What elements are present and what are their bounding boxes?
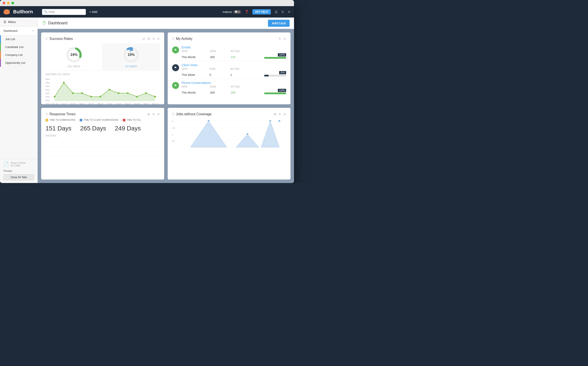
emails-flag: ⚑ xyxy=(172,46,179,53)
my-activity-actions[interactable]: ↻ ✕ xyxy=(279,37,286,40)
close-card-icon[interactable]: ✕ xyxy=(157,37,160,40)
svg-text:May 16: May 16 xyxy=(97,103,103,104)
search-bar[interactable]: 🔍 xyxy=(42,9,86,15)
user-info: mdemo 💬 ▾ xyxy=(223,10,241,14)
legend-fill: TIME TO FILL xyxy=(123,119,141,122)
phone-info: Phone Conversations DATE GOAL ACTUAL Thi… xyxy=(182,81,286,94)
menu-toggle[interactable]: ☰ Menu xyxy=(0,17,37,27)
response-times-card: ⠿ Response Times ⚙ ↻ ✕ TIME TO SUBMISSIO… xyxy=(41,108,164,180)
emails-info: Emails DATE GOAL ACTUAL This Month 200 2… xyxy=(182,46,286,59)
search-input[interactable] xyxy=(49,10,80,14)
svg-text:Aug 16: Aug 16 xyxy=(125,103,131,104)
svg-text:Oct 16: Oct 16 xyxy=(143,103,149,104)
svg-point-31 xyxy=(136,96,138,98)
yellow-dot xyxy=(45,119,48,122)
success-rates-card: ⠿ Success Rates ◎ ⚙ ↻ ✕ xyxy=(41,32,164,104)
gear-response-icon[interactable]: ⚙ xyxy=(147,112,150,116)
sidebar-bottom: 📄 Drop to Parse (or Click) Privacy Close… xyxy=(0,159,37,183)
svg-point-64 xyxy=(278,120,280,122)
grid-icon: ⠿ xyxy=(45,37,48,40)
top-navigation: Bullhorn 🔍 + Add mdemo 💬 ▾ ❓ GET HELP 🖨 … xyxy=(0,6,294,17)
svg-point-26 xyxy=(90,96,92,98)
close-activity-icon[interactable]: ✕ xyxy=(284,37,286,40)
close-button[interactable] xyxy=(3,2,5,4)
refresh-activity-icon[interactable]: ↻ xyxy=(279,37,281,40)
privacy-link[interactable]: Privacy xyxy=(3,169,34,173)
emails-meta: DATE GOAL ACTUAL This Month 200 215 107% xyxy=(182,50,286,59)
gear-icon[interactable]: ⚙ xyxy=(147,37,150,40)
titlebar xyxy=(0,0,294,6)
svg-point-28 xyxy=(109,89,110,91)
coverage-chart: 2 1.5 1 0.5 xyxy=(172,119,286,175)
refresh-coverage-icon[interactable]: ↻ xyxy=(279,112,281,116)
svg-rect-4 xyxy=(130,48,133,51)
question-icon[interactable]: ❓ xyxy=(244,10,249,14)
refresh-card-icon[interactable]: ↻ xyxy=(152,37,155,40)
fill-ratio-section[interactable]: 24% FILL RATIO xyxy=(45,43,103,70)
svg-text:1: 1 xyxy=(172,133,173,136)
response-chart xyxy=(45,138,160,175)
svg-text:30%: 30% xyxy=(45,96,50,98)
opportunity-list-color-bar xyxy=(0,59,1,67)
minimize-button[interactable] xyxy=(7,2,10,4)
svg-text:10%: 10% xyxy=(45,103,50,104)
red-dot xyxy=(123,119,125,122)
activity-grid-icon: ⠿ xyxy=(172,37,174,40)
gear-coverage-icon[interactable]: ⚙ xyxy=(274,112,277,116)
submissions-value: 151 Days xyxy=(45,125,71,132)
print-icon[interactable]: 🖨 xyxy=(274,10,278,14)
svg-text:Apr 16: Apr 16 xyxy=(88,103,94,104)
username: mdemo xyxy=(223,10,232,14)
svg-text:Sep 16: Sep 16 xyxy=(134,103,140,104)
jobs-coverage-header: ⠿ Jobs without Coverage ⚙ ↻ ✕ xyxy=(172,112,286,116)
success-rates-header: ⠿ Success Rates ◎ ⚙ ↻ ✕ xyxy=(45,37,160,41)
job-list-label: Job List xyxy=(3,38,15,41)
svg-text:0.5: 0.5 xyxy=(172,140,175,142)
sidebar-item-dashboard[interactable]: Dashboard × xyxy=(0,27,37,35)
candidate-list-label: Candidate List xyxy=(3,45,23,49)
sidebar-item-job-list[interactable]: Job List xyxy=(0,35,37,43)
svg-text:Jun 16: Jun 16 xyxy=(107,103,112,104)
close-all-tabs-button[interactable]: Close All Tabs xyxy=(3,174,34,180)
emails-progress: 107% xyxy=(254,53,286,59)
close-response-icon[interactable]: ✕ xyxy=(157,112,160,116)
company-list-color-bar xyxy=(0,51,1,59)
emails-bar-fill xyxy=(264,57,286,59)
hit-ratio-section[interactable]: 10% HIT RATIO xyxy=(103,43,160,70)
dashboard-close-icon[interactable]: × xyxy=(32,29,34,32)
maximize-button[interactable] xyxy=(11,2,14,4)
settings-2-icon[interactable]: ◎ xyxy=(142,37,145,40)
sidebar-item-opportunity-list[interactable]: Opportunity List xyxy=(0,59,37,67)
refresh-response-icon[interactable]: ↻ xyxy=(152,112,155,116)
menu-label: Menu xyxy=(8,20,16,24)
svg-text:50%: 50% xyxy=(45,89,50,91)
emails-link[interactable]: Emails xyxy=(182,46,286,49)
refresh-icon[interactable]: ↻ xyxy=(281,10,284,14)
response-times-actions[interactable]: ⚙ ↻ ✕ xyxy=(147,112,160,116)
svg-point-32 xyxy=(145,92,147,94)
add-button[interactable]: + Add xyxy=(89,10,97,14)
response-legend: TIME TO SUBMISSIONS TIME TO CLIENT SUBMI… xyxy=(45,119,160,122)
jobs-coverage-actions[interactable]: ⚙ ↻ ✕ xyxy=(274,112,286,116)
add-card-button[interactable]: Add Card xyxy=(268,20,290,27)
drop-parse-button[interactable]: 📄 Drop to Parse (or Click) xyxy=(3,161,34,167)
close-nav-icon[interactable]: ✕ xyxy=(288,10,291,14)
page-header: ⏱ Dashboard Add Card xyxy=(38,17,294,29)
client-visits-bar-fill xyxy=(264,75,269,76)
message-badge[interactable]: 💬 ▾ xyxy=(233,10,241,14)
svg-text:Mar 16: Mar 16 xyxy=(79,103,85,104)
client-visits-link[interactable]: Client Visits xyxy=(182,63,286,67)
svg-point-25 xyxy=(81,92,83,94)
sidebar-item-candidate-list[interactable]: Candidate List xyxy=(0,43,37,51)
help-button[interactable]: GET HELP xyxy=(252,9,271,15)
phone-link[interactable]: Phone Conversations xyxy=(182,81,286,84)
sidebar: ☰ Menu Dashboard × Job List Candidate Li… xyxy=(0,17,38,183)
close-coverage-icon[interactable]: ✕ xyxy=(284,112,286,116)
legend-submissions: TIME TO SUBMISSIONS xyxy=(45,119,75,122)
fill-value: 249 Days xyxy=(115,125,141,132)
sidebar-item-company-list[interactable]: Company List xyxy=(0,51,37,59)
svg-text:80%: 80% xyxy=(45,78,50,80)
success-rates-actions[interactable]: ◎ ⚙ ↻ ✕ xyxy=(142,37,160,40)
svg-text:70%: 70% xyxy=(45,82,50,84)
svg-text:Nov 16: Nov 16 xyxy=(152,103,158,104)
